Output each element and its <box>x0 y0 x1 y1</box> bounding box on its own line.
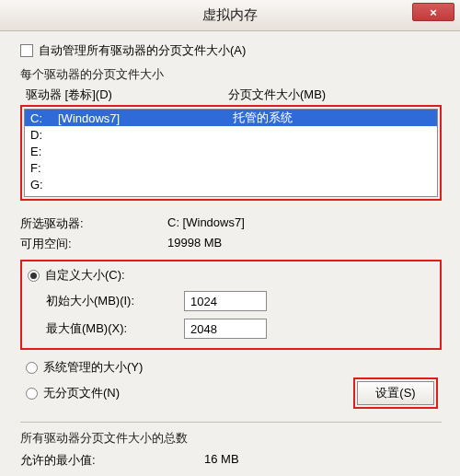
drive-row[interactable]: F: <box>25 159 437 176</box>
auto-manage-checkbox[interactable] <box>20 44 33 57</box>
drive-list-headers: 驱动器 [卷标](D) 分页文件大小(MB) <box>26 87 442 103</box>
selected-drive-value: C: [Windows7] <box>167 215 442 232</box>
no-paging-label: 无分页文件(N) <box>43 385 120 401</box>
custom-size-highlight: 自定义大小(C): 初始大小(MB)(I): 最大值(MB)(X): <box>20 260 442 350</box>
drive-list[interactable]: C: [Windows7] 托管的系统 D: E: F: G: <box>24 109 438 197</box>
system-managed-row[interactable]: 系统管理的大小(Y) <box>26 359 442 376</box>
min-allowed-label: 允许的最小值: <box>20 452 204 469</box>
drive-row[interactable]: G: <box>25 176 437 192</box>
custom-size-radio-row[interactable]: 自定义大小(C): <box>28 267 434 284</box>
totals-label: 所有驱动器分页文件大小的总数 <box>20 430 442 447</box>
set-button[interactable]: 设置(S) <box>357 381 434 405</box>
min-allowed-value: 16 MB <box>204 452 442 469</box>
auto-manage-label: 自动管理所有驱动器的分页文件大小(A) <box>39 42 246 59</box>
close-icon: × <box>430 6 437 19</box>
drive-list-highlight: C: [Windows7] 托管的系统 D: E: F: G: <box>20 105 442 201</box>
drive-row[interactable]: C: [Windows7] 托管的系统 <box>25 110 437 126</box>
system-managed-label: 系统管理的大小(Y) <box>43 359 143 376</box>
max-size-input[interactable] <box>184 319 267 339</box>
titlebar: 虚拟内存 × <box>0 0 460 31</box>
free-space-label: 可用空间: <box>20 236 167 252</box>
system-managed-radio[interactable] <box>26 362 38 374</box>
no-paging-radio[interactable] <box>26 388 38 400</box>
initial-size-label: 初始大小(MB)(I): <box>46 293 184 309</box>
divider <box>20 422 442 423</box>
initial-size-input[interactable] <box>184 291 267 311</box>
set-button-highlight: 设置(S) <box>353 377 438 409</box>
free-space-value: 19998 MB <box>167 236 442 252</box>
drive-row[interactable]: E: <box>25 143 437 159</box>
max-size-label: 最大值(MB)(X): <box>46 320 184 337</box>
selected-drive-info: 所选驱动器: C: [Windows7] 可用空间: 19998 MB <box>20 215 442 252</box>
selected-drive-label: 所选驱动器: <box>20 215 167 232</box>
custom-size-radio[interactable] <box>28 270 40 282</box>
custom-size-label: 自定义大小(C): <box>45 267 125 284</box>
auto-manage-row[interactable]: 自动管理所有驱动器的分页文件大小(A) <box>20 42 442 59</box>
header-paging: 分页文件大小(MB) <box>228 87 442 103</box>
drive-row[interactable]: D: <box>25 126 437 143</box>
drive-group-label: 每个驱动器的分页文件大小 <box>20 66 442 83</box>
window-title: 虚拟内存 <box>202 6 258 24</box>
close-button[interactable]: × <box>412 3 454 21</box>
dialog-content: 自动管理所有驱动器的分页文件大小(A) 每个驱动器的分页文件大小 驱动器 [卷标… <box>0 31 460 476</box>
header-drive: 驱动器 [卷标](D) <box>26 87 228 103</box>
